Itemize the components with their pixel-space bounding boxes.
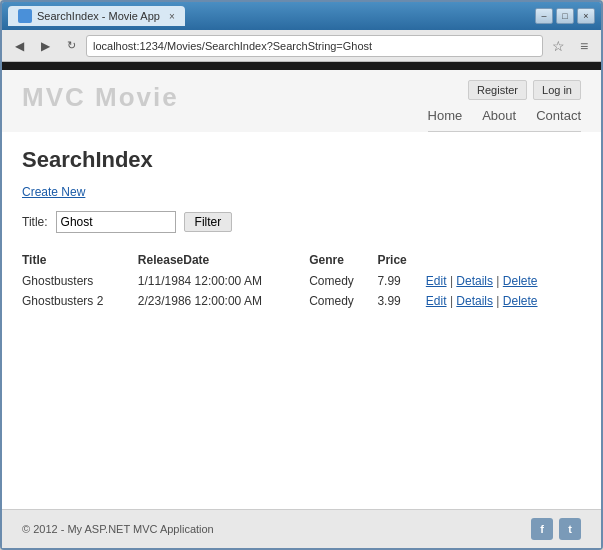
main-content: SearchIndex Create New Title: Filter Tit… (2, 132, 601, 509)
filter-input[interactable] (56, 211, 176, 233)
row2-release-date: 2/23/1986 12:00:00 AM (138, 291, 309, 311)
col-release-date: ReleaseDate (138, 249, 309, 271)
nav-home[interactable]: Home (428, 108, 463, 123)
row2-genre: Comedy (309, 291, 377, 311)
tab-close-button[interactable]: × (169, 11, 175, 22)
row2-title: Ghostbusters 2 (22, 291, 138, 311)
header-flex: MVC Movie Register Log in Home About Con… (22, 80, 581, 132)
row1-actions: Edit | Details | Delete (426, 271, 581, 291)
bookmark-button[interactable]: ☆ (547, 35, 569, 57)
row2-details-link[interactable]: Details (456, 294, 493, 308)
footer-social: f t (531, 518, 581, 540)
row1-details-link[interactable]: Details (456, 274, 493, 288)
browser-window: SearchIndex - Movie App × – □ × ◀ ▶ ↻ lo… (0, 0, 603, 550)
create-new-link[interactable]: Create New (22, 185, 581, 199)
refresh-button[interactable]: ↻ (60, 35, 82, 57)
facebook-icon[interactable]: f (531, 518, 553, 540)
filter-label: Title: (22, 215, 48, 229)
footer-copyright: © 2012 - My ASP.NET MVC Application (22, 523, 214, 535)
movie-table: Title ReleaseDate Genre Price Ghostbuste… (22, 249, 581, 311)
maximize-button[interactable]: □ (556, 8, 574, 24)
browser-tab[interactable]: SearchIndex - Movie App × (8, 6, 185, 26)
url-input[interactable]: localhost:1234/Movies/SearchIndex?Search… (86, 35, 543, 57)
table-header-row: Title ReleaseDate Genre Price (22, 249, 581, 271)
back-button[interactable]: ◀ (8, 35, 30, 57)
table-row: Ghostbusters 1/11/1984 12:00:00 AM Comed… (22, 271, 581, 291)
browser-toolbar (2, 62, 601, 70)
col-title: Title (22, 249, 138, 271)
header-section: MVC Movie (22, 80, 179, 113)
login-button[interactable]: Log in (533, 80, 581, 100)
header-right: Register Log in Home About Contact (428, 80, 581, 132)
table-row: Ghostbusters 2 2/23/1986 12:00:00 AM Com… (22, 291, 581, 311)
row1-delete-link[interactable]: Delete (503, 274, 538, 288)
row1-title: Ghostbusters (22, 271, 138, 291)
page-title: SearchIndex (22, 147, 581, 173)
forward-button[interactable]: ▶ (34, 35, 56, 57)
row1-release-date: 1/11/1984 12:00:00 AM (138, 271, 309, 291)
site-footer: © 2012 - My ASP.NET MVC Application f t (2, 509, 601, 548)
twitter-icon[interactable]: t (559, 518, 581, 540)
col-actions (426, 249, 581, 271)
tab-favicon (18, 9, 32, 23)
url-text: localhost:1234/Movies/SearchIndex?Search… (93, 40, 372, 52)
window-controls: – □ × (535, 8, 595, 24)
menu-button[interactable]: ≡ (573, 35, 595, 57)
col-genre: Genre (309, 249, 377, 271)
minimize-button[interactable]: – (535, 8, 553, 24)
tab-title: SearchIndex - Movie App (37, 10, 160, 22)
filter-row: Title: Filter (22, 211, 581, 233)
page-content: MVC Movie Register Log in Home About Con… (2, 70, 601, 548)
row1-edit-link[interactable]: Edit (426, 274, 447, 288)
title-bar-left: SearchIndex - Movie App × (8, 6, 185, 26)
nav-bar: Home About Contact (428, 104, 581, 132)
row2-price: 3.99 (377, 291, 425, 311)
col-price: Price (377, 249, 425, 271)
nav-about[interactable]: About (482, 108, 516, 123)
close-button[interactable]: × (577, 8, 595, 24)
site-header: MVC Movie Register Log in Home About Con… (2, 70, 601, 132)
auth-buttons: Register Log in (428, 80, 581, 100)
site-logo: MVC Movie (22, 82, 179, 113)
title-bar: SearchIndex - Movie App × – □ × (2, 2, 601, 30)
row1-price: 7.99 (377, 271, 425, 291)
row1-genre: Comedy (309, 271, 377, 291)
nav-contact[interactable]: Contact (536, 108, 581, 123)
register-button[interactable]: Register (468, 80, 527, 100)
row2-actions: Edit | Details | Delete (426, 291, 581, 311)
row2-edit-link[interactable]: Edit (426, 294, 447, 308)
row2-delete-link[interactable]: Delete (503, 294, 538, 308)
address-bar: ◀ ▶ ↻ localhost:1234/Movies/SearchIndex?… (2, 30, 601, 62)
filter-button[interactable]: Filter (184, 212, 233, 232)
